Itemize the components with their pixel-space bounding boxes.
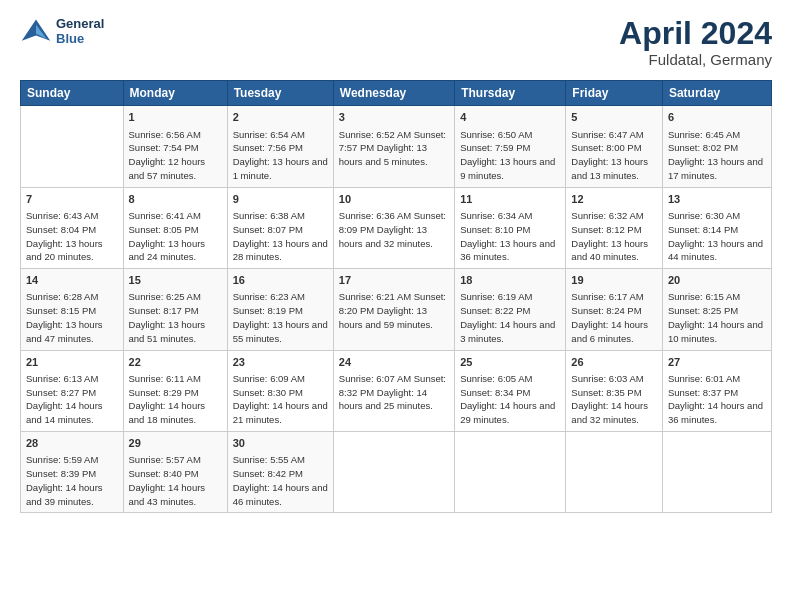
- day-number: 16: [233, 273, 328, 288]
- day-info: Sunrise: 6:34 AM Sunset: 8:10 PM Dayligh…: [460, 209, 560, 264]
- day-info: Sunrise: 6:01 AM Sunset: 8:37 PM Dayligh…: [668, 372, 766, 427]
- day-number: 5: [571, 110, 657, 125]
- col-header-thursday: Thursday: [455, 81, 566, 106]
- day-info: Sunrise: 6:54 AM Sunset: 7:56 PM Dayligh…: [233, 128, 328, 183]
- day-number: 30: [233, 436, 328, 451]
- day-info: Sunrise: 6:36 AM Sunset: 8:09 PM Dayligh…: [339, 209, 449, 250]
- day-info: Sunrise: 6:32 AM Sunset: 8:12 PM Dayligh…: [571, 209, 657, 264]
- day-info: Sunrise: 6:52 AM Sunset: 7:57 PM Dayligh…: [339, 128, 449, 169]
- day-cell: 7Sunrise: 6:43 AM Sunset: 8:04 PM Daylig…: [21, 187, 124, 268]
- col-header-monday: Monday: [123, 81, 227, 106]
- day-cell: 29Sunrise: 5:57 AM Sunset: 8:40 PM Dayli…: [123, 432, 227, 513]
- day-cell: 8Sunrise: 6:41 AM Sunset: 8:05 PM Daylig…: [123, 187, 227, 268]
- day-number: 28: [26, 436, 118, 451]
- day-info: Sunrise: 6:50 AM Sunset: 7:59 PM Dayligh…: [460, 128, 560, 183]
- day-number: 6: [668, 110, 766, 125]
- day-number: 11: [460, 192, 560, 207]
- calendar-table: SundayMondayTuesdayWednesdayThursdayFrid…: [20, 80, 772, 513]
- day-header-row: SundayMondayTuesdayWednesdayThursdayFrid…: [21, 81, 772, 106]
- day-number: 22: [129, 355, 222, 370]
- day-cell: 16Sunrise: 6:23 AM Sunset: 8:19 PM Dayli…: [227, 269, 333, 350]
- day-info: Sunrise: 6:28 AM Sunset: 8:15 PM Dayligh…: [26, 290, 118, 345]
- day-cell: 13Sunrise: 6:30 AM Sunset: 8:14 PM Dayli…: [662, 187, 771, 268]
- day-number: 14: [26, 273, 118, 288]
- day-number: 2: [233, 110, 328, 125]
- day-number: 7: [26, 192, 118, 207]
- day-info: Sunrise: 6:05 AM Sunset: 8:34 PM Dayligh…: [460, 372, 560, 427]
- day-cell: 21Sunrise: 6:13 AM Sunset: 8:27 PM Dayli…: [21, 350, 124, 431]
- day-info: Sunrise: 6:07 AM Sunset: 8:32 PM Dayligh…: [339, 372, 449, 413]
- day-info: Sunrise: 6:09 AM Sunset: 8:30 PM Dayligh…: [233, 372, 328, 427]
- day-cell: 5Sunrise: 6:47 AM Sunset: 8:00 PM Daylig…: [566, 106, 663, 187]
- day-cell: 26Sunrise: 6:03 AM Sunset: 8:35 PM Dayli…: [566, 350, 663, 431]
- col-header-tuesday: Tuesday: [227, 81, 333, 106]
- day-cell: 30Sunrise: 5:55 AM Sunset: 8:42 PM Dayli…: [227, 432, 333, 513]
- day-cell: 23Sunrise: 6:09 AM Sunset: 8:30 PM Dayli…: [227, 350, 333, 431]
- day-cell: 15Sunrise: 6:25 AM Sunset: 8:17 PM Dayli…: [123, 269, 227, 350]
- day-number: 3: [339, 110, 449, 125]
- day-cell: 11Sunrise: 6:34 AM Sunset: 8:10 PM Dayli…: [455, 187, 566, 268]
- day-info: Sunrise: 6:23 AM Sunset: 8:19 PM Dayligh…: [233, 290, 328, 345]
- day-cell: 19Sunrise: 6:17 AM Sunset: 8:24 PM Dayli…: [566, 269, 663, 350]
- day-info: Sunrise: 6:41 AM Sunset: 8:05 PM Dayligh…: [129, 209, 222, 264]
- day-number: 29: [129, 436, 222, 451]
- day-number: 12: [571, 192, 657, 207]
- logo-icon: [20, 17, 52, 45]
- day-number: 19: [571, 273, 657, 288]
- day-cell: 24Sunrise: 6:07 AM Sunset: 8:32 PM Dayli…: [333, 350, 454, 431]
- day-info: Sunrise: 5:59 AM Sunset: 8:39 PM Dayligh…: [26, 453, 118, 508]
- title-block: April 2024 Fuldatal, Germany: [619, 16, 772, 68]
- day-info: Sunrise: 6:13 AM Sunset: 8:27 PM Dayligh…: [26, 372, 118, 427]
- day-cell: 22Sunrise: 6:11 AM Sunset: 8:29 PM Dayli…: [123, 350, 227, 431]
- day-info: Sunrise: 6:15 AM Sunset: 8:25 PM Dayligh…: [668, 290, 766, 345]
- day-info: Sunrise: 6:47 AM Sunset: 8:00 PM Dayligh…: [571, 128, 657, 183]
- day-number: 21: [26, 355, 118, 370]
- day-cell: 9Sunrise: 6:38 AM Sunset: 8:07 PM Daylig…: [227, 187, 333, 268]
- day-cell: [566, 432, 663, 513]
- week-row-2: 7Sunrise: 6:43 AM Sunset: 8:04 PM Daylig…: [21, 187, 772, 268]
- day-number: 1: [129, 110, 222, 125]
- day-info: Sunrise: 6:43 AM Sunset: 8:04 PM Dayligh…: [26, 209, 118, 264]
- day-cell: 3Sunrise: 6:52 AM Sunset: 7:57 PM Daylig…: [333, 106, 454, 187]
- day-cell: 20Sunrise: 6:15 AM Sunset: 8:25 PM Dayli…: [662, 269, 771, 350]
- day-info: Sunrise: 6:25 AM Sunset: 8:17 PM Dayligh…: [129, 290, 222, 345]
- day-cell: 10Sunrise: 6:36 AM Sunset: 8:09 PM Dayli…: [333, 187, 454, 268]
- day-info: Sunrise: 6:03 AM Sunset: 8:35 PM Dayligh…: [571, 372, 657, 427]
- header: General Blue April 2024 Fuldatal, German…: [20, 16, 772, 68]
- day-cell: 14Sunrise: 6:28 AM Sunset: 8:15 PM Dayli…: [21, 269, 124, 350]
- page: General Blue April 2024 Fuldatal, German…: [0, 0, 792, 612]
- col-header-sunday: Sunday: [21, 81, 124, 106]
- day-cell: 2Sunrise: 6:54 AM Sunset: 7:56 PM Daylig…: [227, 106, 333, 187]
- day-number: 10: [339, 192, 449, 207]
- day-info: Sunrise: 6:11 AM Sunset: 8:29 PM Dayligh…: [129, 372, 222, 427]
- calendar-title: April 2024: [619, 16, 772, 51]
- day-cell: [455, 432, 566, 513]
- day-number: 13: [668, 192, 766, 207]
- day-number: 18: [460, 273, 560, 288]
- day-cell: 12Sunrise: 6:32 AM Sunset: 8:12 PM Dayli…: [566, 187, 663, 268]
- day-cell: [21, 106, 124, 187]
- day-cell: 4Sunrise: 6:50 AM Sunset: 7:59 PM Daylig…: [455, 106, 566, 187]
- day-number: 25: [460, 355, 560, 370]
- day-info: Sunrise: 6:38 AM Sunset: 8:07 PM Dayligh…: [233, 209, 328, 264]
- day-info: Sunrise: 6:17 AM Sunset: 8:24 PM Dayligh…: [571, 290, 657, 345]
- day-number: 8: [129, 192, 222, 207]
- day-cell: 27Sunrise: 6:01 AM Sunset: 8:37 PM Dayli…: [662, 350, 771, 431]
- week-row-5: 28Sunrise: 5:59 AM Sunset: 8:39 PM Dayli…: [21, 432, 772, 513]
- day-info: Sunrise: 5:57 AM Sunset: 8:40 PM Dayligh…: [129, 453, 222, 508]
- logo: General Blue: [20, 16, 104, 46]
- logo-text: General Blue: [56, 16, 104, 46]
- day-number: 20: [668, 273, 766, 288]
- day-info: Sunrise: 6:19 AM Sunset: 8:22 PM Dayligh…: [460, 290, 560, 345]
- day-cell: 6Sunrise: 6:45 AM Sunset: 8:02 PM Daylig…: [662, 106, 771, 187]
- day-cell: 1Sunrise: 6:56 AM Sunset: 7:54 PM Daylig…: [123, 106, 227, 187]
- day-number: 24: [339, 355, 449, 370]
- day-cell: 17Sunrise: 6:21 AM Sunset: 8:20 PM Dayli…: [333, 269, 454, 350]
- day-number: 27: [668, 355, 766, 370]
- day-info: Sunrise: 6:56 AM Sunset: 7:54 PM Dayligh…: [129, 128, 222, 183]
- day-cell: [662, 432, 771, 513]
- day-number: 9: [233, 192, 328, 207]
- calendar-subtitle: Fuldatal, Germany: [619, 51, 772, 68]
- col-header-saturday: Saturday: [662, 81, 771, 106]
- day-number: 17: [339, 273, 449, 288]
